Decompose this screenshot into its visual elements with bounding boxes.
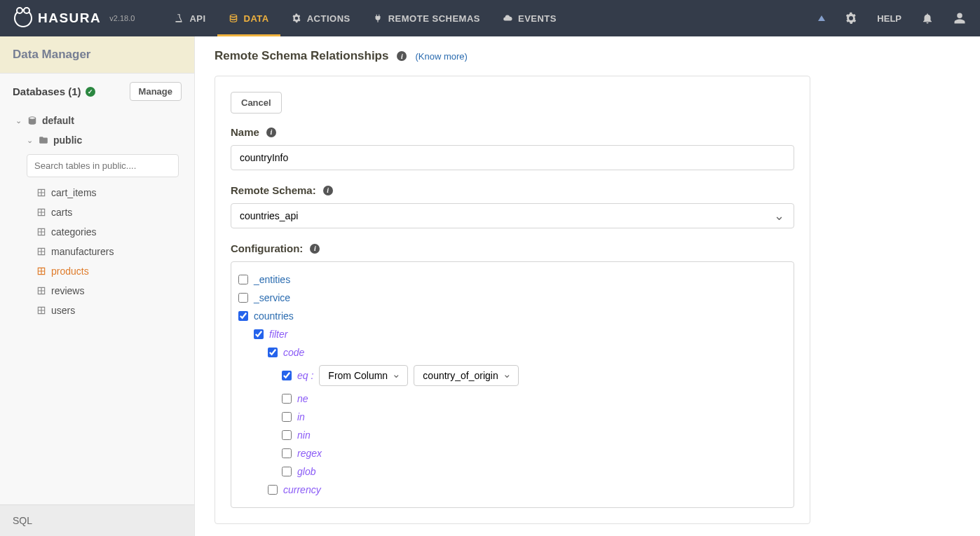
database-tree: ⌄ default ⌄ public cart_items carts (0, 108, 194, 323)
check-icon: ✓ (86, 87, 95, 97)
name-label: Name i (231, 126, 794, 138)
table-icon (36, 227, 46, 237)
page-title: Remote Schema Relationships (215, 49, 388, 63)
gear-icon (845, 12, 857, 25)
table-item-manufacturers[interactable]: manufacturers (36, 242, 187, 261)
table-item-categories[interactable]: categories (36, 222, 187, 242)
nav-tab-actions[interactable]: ACTIONS (280, 0, 362, 36)
checkbox-ne[interactable] (282, 394, 292, 404)
nav-tab-label: REMOTE SCHEMAS (388, 13, 480, 24)
know-more-link[interactable]: (Know more) (415, 51, 467, 62)
table-item-cart-items[interactable]: cart_items (36, 183, 187, 202)
name-input[interactable] (231, 145, 794, 170)
cloud-icon (503, 13, 512, 23)
checkbox-service[interactable] (238, 293, 248, 303)
page-header: Remote Schema Relationships i (Know more… (215, 49, 960, 63)
checkbox-glob[interactable] (282, 467, 292, 476)
settings-button[interactable] (845, 12, 857, 25)
table-item-products[interactable]: products (36, 261, 187, 281)
sql-link[interactable]: SQL (0, 504, 194, 536)
relationship-form: Cancel Name i Remote Schema: i countries… (215, 76, 810, 524)
checkbox-filter[interactable] (254, 329, 264, 339)
nav-tab-label: DATA (244, 13, 269, 24)
table-icon (36, 305, 46, 315)
chevron-down-icon: ⌄ (27, 136, 34, 145)
eq-type-select[interactable]: From Column (319, 365, 408, 386)
help-button[interactable]: HELP (877, 13, 901, 24)
nav-tab-label: API (189, 13, 205, 24)
cfg-countries: countries (238, 307, 787, 325)
cfg-filter: filter (238, 325, 787, 343)
logo-text: HASURA (38, 11, 101, 26)
plug-icon (373, 13, 383, 23)
checkbox-nin[interactable] (282, 430, 292, 440)
checkbox-regex[interactable] (282, 448, 292, 458)
info-icon[interactable]: i (310, 244, 320, 254)
search-tables-input[interactable] (27, 154, 179, 177)
nav-tab-remote-schemas[interactable]: REMOTE SCHEMAS (362, 0, 491, 36)
info-icon[interactable]: i (323, 186, 333, 195)
cfg-eq: eq : From Column country_of_origin (238, 362, 787, 390)
content-area: Remote Schema Relationships i (Know more… (195, 36, 980, 536)
table-list: cart_items carts categories manufacturer… (7, 183, 187, 320)
cfg-in: in (238, 408, 787, 426)
info-icon[interactable]: i (266, 128, 276, 137)
logo[interactable]: HASURA v2.18.0 (14, 9, 135, 27)
database-icon (27, 116, 37, 125)
actions-icon (292, 13, 301, 23)
checkbox-currency[interactable] (268, 485, 278, 495)
cfg-regex: regex (238, 444, 787, 462)
eq-column-select[interactable]: country_of_origin (414, 365, 519, 386)
checkbox-in[interactable] (282, 412, 292, 422)
flask-icon (174, 13, 184, 23)
nav-tab-api[interactable]: API (163, 0, 217, 36)
table-item-carts[interactable]: carts (36, 202, 187, 222)
nav-right: HELP (818, 12, 966, 25)
table-icon (36, 286, 46, 296)
checkbox-entities[interactable] (238, 275, 248, 284)
cfg-glob: glob (238, 462, 787, 481)
database-icon (229, 13, 238, 23)
update-indicator[interactable] (818, 15, 825, 21)
cfg-ne: ne (238, 390, 787, 408)
cancel-button[interactable]: Cancel (231, 92, 282, 114)
database-name: default (42, 115, 74, 126)
checkbox-countries[interactable] (238, 311, 248, 321)
cfg-code: code (238, 343, 787, 362)
cfg-entities: _entities (238, 270, 787, 289)
nav-tabs: API DATA ACTIONS REMOTE SCHEMAS EVENTS (163, 0, 568, 36)
folder-icon (39, 135, 48, 145)
cfg-nin: nin (238, 426, 787, 444)
notifications-button[interactable] (921, 12, 934, 25)
database-node[interactable]: ⌄ default (7, 111, 187, 130)
table-item-users[interactable]: users (36, 301, 187, 320)
hasura-logo-icon (14, 9, 32, 27)
user-icon (953, 12, 966, 25)
remote-schema-select[interactable]: countries_api (231, 203, 794, 228)
table-icon (36, 266, 46, 276)
info-icon[interactable]: i (397, 51, 407, 61)
checkbox-eq[interactable] (282, 371, 292, 380)
bell-icon (921, 12, 934, 25)
manage-button[interactable]: Manage (130, 82, 182, 101)
sidebar-title: Data Manager (0, 36, 194, 74)
nav-tab-data[interactable]: DATA (217, 0, 280, 36)
chevron-down-icon: ⌄ (15, 116, 22, 125)
nav-tab-label: EVENTS (518, 13, 557, 24)
table-icon (36, 207, 46, 217)
cfg-currency: currency (238, 481, 787, 499)
schema-name: public (53, 135, 82, 146)
triangle-up-icon (818, 15, 825, 21)
top-nav: HASURA v2.18.0 API DATA ACTIONS REMOTE S… (0, 0, 980, 36)
table-item-reviews[interactable]: reviews (36, 281, 187, 301)
configuration-label: Configuration: i (231, 242, 794, 254)
table-icon (36, 188, 46, 198)
user-button[interactable] (953, 12, 966, 25)
table-icon (36, 247, 46, 256)
config-tree: _entities _service countries filter code (231, 261, 794, 508)
remote-schema-label: Remote Schema: i (231, 184, 794, 196)
version-label: v2.18.0 (109, 14, 135, 22)
nav-tab-events[interactable]: EVENTS (491, 0, 568, 36)
checkbox-code[interactable] (268, 348, 278, 357)
schema-node[interactable]: ⌄ public (7, 130, 187, 150)
